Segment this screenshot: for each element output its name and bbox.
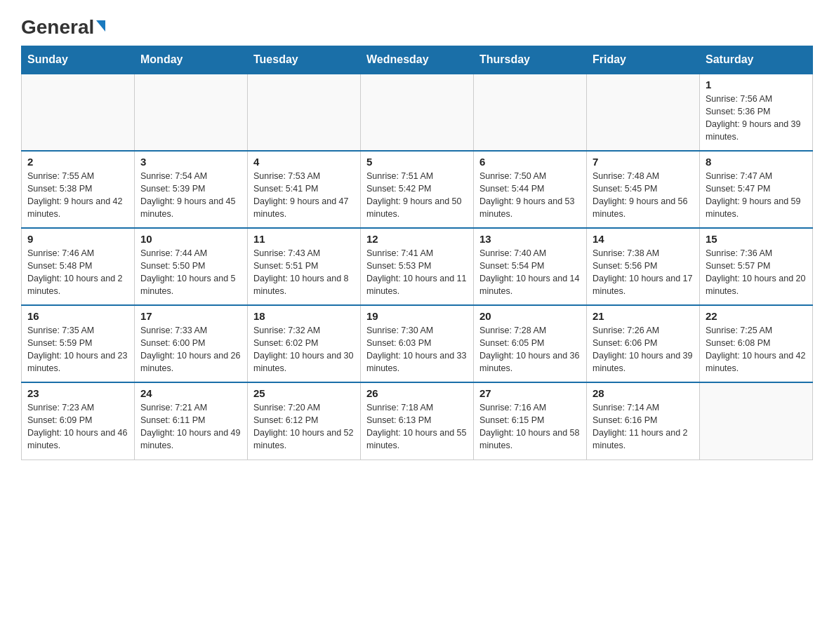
day-number: 14 (593, 233, 694, 245)
day-info: Sunrise: 7:46 AM Sunset: 5:48 PM Dayligh… (27, 247, 128, 298)
day-number: 2 (27, 156, 128, 168)
calendar-cell: 12Sunrise: 7:41 AM Sunset: 5:53 PM Dayli… (361, 228, 474, 305)
calendar-cell (587, 74, 700, 151)
day-info: Sunrise: 7:23 AM Sunset: 6:09 PM Dayligh… (27, 401, 128, 452)
calendar-header-tuesday: Tuesday (248, 46, 361, 74)
calendar-cell: 23Sunrise: 7:23 AM Sunset: 6:09 PM Dayli… (22, 382, 135, 459)
calendar-week-4: 16Sunrise: 7:35 AM Sunset: 5:59 PM Dayli… (22, 305, 813, 382)
day-info: Sunrise: 7:43 AM Sunset: 5:51 PM Dayligh… (253, 247, 355, 298)
calendar-cell: 3Sunrise: 7:54 AM Sunset: 5:39 PM Daylig… (135, 151, 248, 228)
day-number: 17 (140, 310, 241, 322)
day-number: 18 (253, 310, 355, 322)
calendar-cell: 26Sunrise: 7:18 AM Sunset: 6:13 PM Dayli… (361, 382, 474, 459)
day-number: 20 (479, 310, 581, 322)
calendar-cell (135, 74, 248, 151)
calendar-cell (361, 74, 474, 151)
day-number: 11 (253, 233, 355, 245)
day-info: Sunrise: 7:32 AM Sunset: 6:02 PM Dayligh… (253, 324, 355, 375)
calendar-header-monday: Monday (135, 46, 248, 74)
calendar-header-row: SundayMondayTuesdayWednesdayThursdayFrid… (22, 46, 813, 74)
day-number: 8 (706, 156, 807, 168)
calendar-cell: 14Sunrise: 7:38 AM Sunset: 5:56 PM Dayli… (587, 228, 700, 305)
calendar-cell (248, 74, 361, 151)
calendar-header-friday: Friday (587, 46, 700, 74)
calendar-header-saturday: Saturday (700, 46, 813, 74)
day-info: Sunrise: 7:26 AM Sunset: 6:06 PM Dayligh… (593, 324, 694, 375)
day-number: 27 (479, 387, 581, 399)
day-info: Sunrise: 7:55 AM Sunset: 5:38 PM Dayligh… (27, 170, 128, 221)
day-info: Sunrise: 7:20 AM Sunset: 6:12 PM Dayligh… (253, 401, 355, 452)
calendar-cell: 18Sunrise: 7:32 AM Sunset: 6:02 PM Dayli… (248, 305, 361, 382)
day-number: 22 (706, 310, 807, 322)
day-number: 15 (706, 233, 807, 245)
day-info: Sunrise: 7:47 AM Sunset: 5:47 PM Dayligh… (706, 170, 807, 221)
calendar-header-thursday: Thursday (474, 46, 587, 74)
day-number: 26 (366, 387, 468, 399)
calendar-cell: 9Sunrise: 7:46 AM Sunset: 5:48 PM Daylig… (22, 228, 135, 305)
calendar-cell: 6Sunrise: 7:50 AM Sunset: 5:44 PM Daylig… (474, 151, 587, 228)
calendar-week-1: 1Sunrise: 7:56 AM Sunset: 5:36 PM Daylig… (22, 74, 813, 151)
calendar-cell: 17Sunrise: 7:33 AM Sunset: 6:00 PM Dayli… (135, 305, 248, 382)
day-number: 6 (479, 156, 581, 168)
day-number: 7 (593, 156, 694, 168)
calendar-week-5: 23Sunrise: 7:23 AM Sunset: 6:09 PM Dayli… (22, 382, 813, 459)
calendar-cell: 7Sunrise: 7:48 AM Sunset: 5:45 PM Daylig… (587, 151, 700, 228)
day-info: Sunrise: 7:16 AM Sunset: 6:15 PM Dayligh… (479, 401, 581, 452)
calendar-cell: 13Sunrise: 7:40 AM Sunset: 5:54 PM Dayli… (474, 228, 587, 305)
day-number: 12 (366, 233, 468, 245)
day-number: 24 (140, 387, 241, 399)
calendar-cell: 2Sunrise: 7:55 AM Sunset: 5:38 PM Daylig… (22, 151, 135, 228)
day-number: 16 (27, 310, 128, 322)
calendar-cell (700, 382, 813, 459)
day-info: Sunrise: 7:36 AM Sunset: 5:57 PM Dayligh… (706, 247, 807, 298)
day-number: 23 (27, 387, 128, 399)
day-info: Sunrise: 7:54 AM Sunset: 5:39 PM Dayligh… (140, 170, 241, 221)
calendar-cell: 16Sunrise: 7:35 AM Sunset: 5:59 PM Dayli… (22, 305, 135, 382)
day-info: Sunrise: 7:30 AM Sunset: 6:03 PM Dayligh… (366, 324, 468, 375)
day-number: 25 (253, 387, 355, 399)
page-header: General (21, 14, 813, 39)
logo-text-general: General (21, 18, 94, 37)
day-info: Sunrise: 7:25 AM Sunset: 6:08 PM Dayligh… (706, 324, 807, 375)
calendar-cell: 22Sunrise: 7:25 AM Sunset: 6:08 PM Dayli… (700, 305, 813, 382)
calendar-cell: 24Sunrise: 7:21 AM Sunset: 6:11 PM Dayli… (135, 382, 248, 459)
day-info: Sunrise: 7:18 AM Sunset: 6:13 PM Dayligh… (366, 401, 468, 452)
day-info: Sunrise: 7:41 AM Sunset: 5:53 PM Dayligh… (366, 247, 468, 298)
day-info: Sunrise: 7:56 AM Sunset: 5:36 PM Dayligh… (706, 93, 807, 144)
day-number: 10 (140, 233, 241, 245)
calendar-cell: 8Sunrise: 7:47 AM Sunset: 5:47 PM Daylig… (700, 151, 813, 228)
calendar-cell: 27Sunrise: 7:16 AM Sunset: 6:15 PM Dayli… (474, 382, 587, 459)
day-number: 21 (593, 310, 694, 322)
calendar-cell: 19Sunrise: 7:30 AM Sunset: 6:03 PM Dayli… (361, 305, 474, 382)
calendar-cell: 10Sunrise: 7:44 AM Sunset: 5:50 PM Dayli… (135, 228, 248, 305)
day-info: Sunrise: 7:44 AM Sunset: 5:50 PM Dayligh… (140, 247, 241, 298)
day-info: Sunrise: 7:53 AM Sunset: 5:41 PM Dayligh… (253, 170, 355, 221)
calendar-cell: 5Sunrise: 7:51 AM Sunset: 5:42 PM Daylig… (361, 151, 474, 228)
day-info: Sunrise: 7:21 AM Sunset: 6:11 PM Dayligh… (140, 401, 241, 452)
calendar-header-wednesday: Wednesday (361, 46, 474, 74)
calendar-cell: 20Sunrise: 7:28 AM Sunset: 6:05 PM Dayli… (474, 305, 587, 382)
day-info: Sunrise: 7:50 AM Sunset: 5:44 PM Dayligh… (479, 170, 581, 221)
day-number: 3 (140, 156, 241, 168)
calendar-cell: 28Sunrise: 7:14 AM Sunset: 6:16 PM Dayli… (587, 382, 700, 459)
day-info: Sunrise: 7:48 AM Sunset: 5:45 PM Dayligh… (593, 170, 694, 221)
calendar-table: SundayMondayTuesdayWednesdayThursdayFrid… (21, 46, 813, 460)
calendar-cell (22, 74, 135, 151)
day-info: Sunrise: 7:33 AM Sunset: 6:00 PM Dayligh… (140, 324, 241, 375)
day-number: 19 (366, 310, 468, 322)
day-number: 4 (253, 156, 355, 168)
logo: General (21, 14, 105, 39)
day-number: 28 (593, 387, 694, 399)
day-info: Sunrise: 7:35 AM Sunset: 5:59 PM Dayligh… (27, 324, 128, 375)
day-number: 9 (27, 233, 128, 245)
calendar-cell: 25Sunrise: 7:20 AM Sunset: 6:12 PM Dayli… (248, 382, 361, 459)
calendar-cell: 15Sunrise: 7:36 AM Sunset: 5:57 PM Dayli… (700, 228, 813, 305)
calendar-cell (474, 74, 587, 151)
calendar-cell: 4Sunrise: 7:53 AM Sunset: 5:41 PM Daylig… (248, 151, 361, 228)
day-info: Sunrise: 7:14 AM Sunset: 6:16 PM Dayligh… (593, 401, 694, 452)
day-info: Sunrise: 7:38 AM Sunset: 5:56 PM Dayligh… (593, 247, 694, 298)
calendar-cell: 21Sunrise: 7:26 AM Sunset: 6:06 PM Dayli… (587, 305, 700, 382)
day-number: 13 (479, 233, 581, 245)
calendar-header-sunday: Sunday (22, 46, 135, 74)
day-number: 1 (706, 79, 807, 90)
